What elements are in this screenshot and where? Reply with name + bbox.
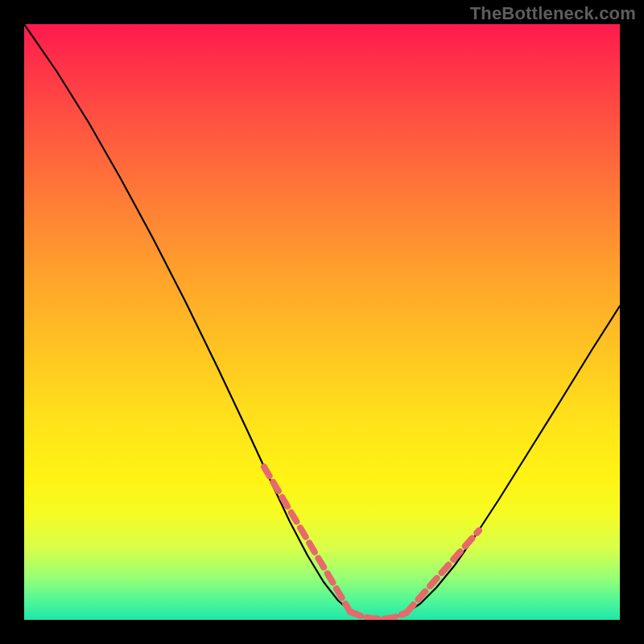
curve-layer bbox=[24, 24, 620, 620]
valley-dotted-accent bbox=[350, 612, 407, 619]
watermark-text: TheBottleneck.com bbox=[470, 3, 636, 24]
black-curve bbox=[24, 24, 620, 619]
left-dotted-accent bbox=[264, 467, 350, 612]
right-dotted-accent bbox=[407, 530, 479, 613]
plot-area bbox=[24, 24, 620, 620]
chart-frame: TheBottleneck.com bbox=[0, 0, 644, 644]
